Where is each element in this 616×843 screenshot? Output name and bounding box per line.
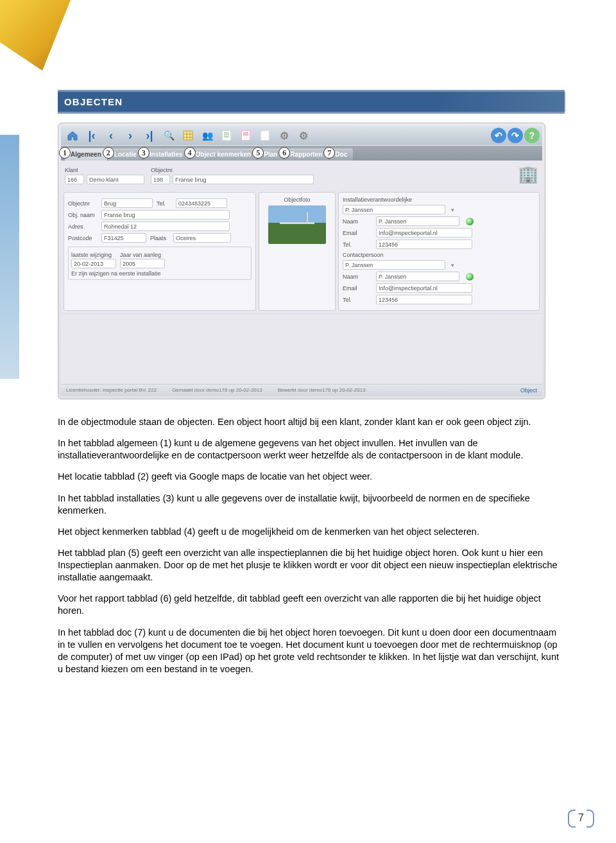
tel3-lbl: Tel. (343, 297, 372, 303)
para-5: Het object kenmerken tabblad (4) geeft u… (58, 526, 565, 538)
klant-nr-input[interactable] (65, 175, 84, 184)
naam-lbl: Naam (343, 218, 372, 225)
tab-bar: 1Algemeen 2Locatie 3Installaties 4Object… (61, 146, 542, 161)
tab-algemeen[interactable]: 1Algemeen (65, 148, 107, 161)
title-shade (438, 92, 566, 112)
tab-label: Locatie (114, 151, 137, 158)
header-objectnaam-input[interactable] (173, 175, 314, 184)
adres-lbl: Adres (68, 223, 98, 230)
next-icon[interactable]: › (121, 127, 139, 144)
cp-select[interactable] (343, 260, 445, 270)
para-8: In het tabblad doc (7) kunt u de documen… (58, 627, 565, 676)
naam2-lbl: Naam (343, 274, 372, 280)
tab-label: Rapporten (290, 151, 322, 158)
naam2-input[interactable] (376, 272, 459, 281)
section-title-text: OBJECTEN (64, 96, 123, 107)
page-number-value: 7 (578, 812, 584, 823)
iv-label: Installatieverantwoordelijke (343, 196, 535, 203)
redo-icon[interactable]: ↷ (508, 128, 523, 143)
footer-object: Object (520, 387, 537, 394)
header-objectnr-input[interactable] (151, 175, 170, 184)
body-text: In de objectmodule staan de objecten. Ee… (58, 416, 565, 675)
para-1: In de objectmodule staan de objecten. Ee… (58, 416, 565, 428)
search-icon[interactable]: 🔍 (160, 127, 178, 144)
tab-num: 5 (252, 147, 264, 159)
objnaam-input[interactable] (101, 210, 230, 220)
postcode-lbl: Postcode (68, 235, 98, 241)
gear1-icon[interactable]: ⚙ (275, 127, 293, 144)
chevron-down-icon[interactable]: ▾ (449, 262, 456, 268)
tab-label: Installaties (150, 151, 183, 158)
footer-lic: Licentiehouder: Inspectie portal BV, 222 (66, 387, 157, 394)
cp-label: Contactpersoon (343, 252, 535, 258)
first-icon[interactable]: |‹ (83, 127, 101, 144)
footer-edit: Bewerkt door demo178 op 20-02-2013 (278, 387, 366, 394)
email-lbl: Email (343, 230, 372, 236)
status-d145 (466, 273, 474, 281)
section-title: OBJECTEN (58, 90, 565, 114)
toolbar: |‹ ‹ › ›| 🔍 👥 ⚙ ⚙ ↶ ↷ ? (61, 126, 542, 145)
tab-installaties[interactable]: 3Installaties (144, 148, 189, 161)
last-icon[interactable]: ›| (141, 127, 158, 144)
svg-rect-0 (184, 131, 193, 140)
para-6: Het tabblad plan (5) geeft een overzicht… (58, 547, 565, 584)
klant-naam-input[interactable] (87, 175, 144, 184)
page-number: 7 (572, 812, 590, 824)
objectnr-lbl: Objectnr (68, 200, 98, 207)
tab-label: Object kenmerken (196, 151, 252, 158)
undo-icon[interactable]: ↶ (491, 128, 506, 143)
tab-num: 7 (323, 147, 335, 159)
tel3-input[interactable] (376, 295, 472, 304)
tab-doc[interactable]: 7Doc (329, 148, 353, 161)
svg-rect-12 (261, 130, 270, 141)
naam-input[interactable] (376, 216, 459, 226)
tel-lbl: Tel. (343, 241, 372, 248)
email2-input[interactable] (376, 283, 472, 293)
users-icon[interactable]: 👥 (198, 127, 216, 144)
list3-icon[interactable] (256, 127, 274, 144)
prev-icon[interactable]: ‹ (102, 127, 120, 144)
tab-locatie[interactable]: 2Locatie (108, 148, 142, 161)
adres-input[interactable] (101, 222, 230, 231)
decorative-corner (0, 0, 71, 71)
tab-rapporten[interactable]: 6Rapporten (284, 148, 328, 161)
panels-row: ObjectnrTel. Obj. naam Adres PostcodePla… (61, 189, 542, 313)
klant-label: Klant (65, 167, 144, 173)
lw-input[interactable] (71, 259, 116, 268)
iv-select[interactable] (343, 205, 445, 214)
plaats-lbl: Plaats (150, 235, 169, 241)
objectnr-label: Objectnr. (151, 167, 314, 173)
para-4: In het tabblad installaties (3) kunt u a… (58, 492, 565, 517)
tab-label: Plan (264, 151, 277, 158)
panel-left: ObjectnrTel. Obj. naam Adres PostcodePla… (64, 192, 256, 311)
gear2-icon[interactable]: ⚙ (295, 127, 312, 144)
object-photo (268, 205, 326, 244)
home-icon[interactable] (64, 127, 81, 144)
tab-num: 2 (103, 147, 114, 159)
tab-label: Doc (335, 151, 347, 158)
tab-objectkenmerken[interactable]: 4Object kenmerken (190, 148, 257, 161)
objectnr-input[interactable] (101, 198, 153, 208)
tab-num: 3 (138, 147, 150, 159)
tel-input[interactable] (176, 198, 227, 208)
email2-lbl: Email (343, 285, 372, 291)
help-icon[interactable]: ? (524, 128, 540, 143)
panel-spacer (61, 313, 542, 384)
panel-right: Installatieverantwoordelijke ▾ Naam Emai… (338, 192, 540, 311)
list1-icon[interactable] (218, 127, 235, 144)
header-row: Klant Objectnr. 🏢 (61, 161, 542, 189)
grid-icon[interactable] (179, 127, 197, 144)
tel2-input[interactable] (376, 239, 472, 249)
email-input[interactable] (376, 228, 472, 238)
status-dot (466, 218, 474, 225)
ja-input[interactable] (120, 259, 165, 268)
lw-lbl: laatste wijziging (71, 252, 116, 258)
postcode-input[interactable] (101, 233, 146, 243)
tel-lbl: Tel. (157, 200, 172, 207)
plaats-input[interactable] (173, 233, 231, 243)
objectfoto-label: Objectfoto (263, 196, 331, 203)
list2-icon[interactable] (237, 127, 255, 144)
decorative-side (0, 135, 19, 379)
chevron-down-icon[interactable]: ▾ (449, 207, 456, 213)
ja-lbl: Jaar van aanleg (120, 252, 165, 258)
